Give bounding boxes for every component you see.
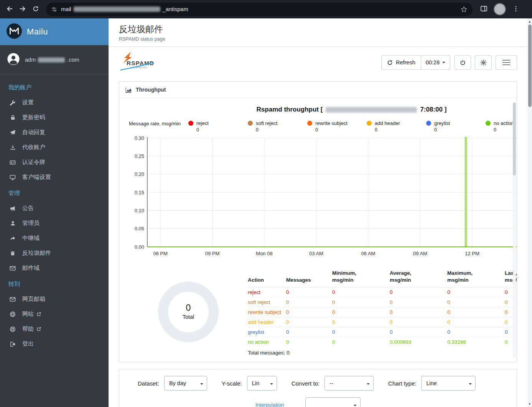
table-cell: 0 <box>286 307 332 317</box>
legend-item[interactable]: no action0 <box>486 120 517 133</box>
page-title: 反垃圾邮件 <box>119 23 517 35</box>
user-panel[interactable]: adm.com <box>0 45 109 74</box>
side-panel-button[interactable] <box>477 3 490 16</box>
sidebar-item[interactable]: 网站 <box>5 307 103 322</box>
brand-header[interactable]: Mailu <box>0 18 109 45</box>
sidebar-item[interactable]: 代收账户 <box>5 140 103 155</box>
legend-value: 0 <box>315 127 367 133</box>
chart-title-time: 7:08:00 <box>420 106 443 113</box>
bookmark-star-icon[interactable] <box>458 3 469 15</box>
address-bar[interactable]: mail_antispam <box>46 3 473 16</box>
scroll-down-arrow[interactable]: ▼ <box>527 401 532 407</box>
lock-icon <box>8 115 17 120</box>
back-button[interactable] <box>3 3 16 16</box>
refresh-interval-dropdown[interactable]: 00:28 <box>421 55 450 70</box>
action-link[interactable]: greylist <box>248 327 286 337</box>
table-cell: 0 <box>286 327 332 337</box>
sidebar-item[interactable]: 登出 <box>5 336 103 351</box>
donut-total-label: Total <box>129 314 248 320</box>
legend-item[interactable]: add header0 <box>367 120 426 133</box>
sidebar-item[interactable]: 网页邮箱 <box>5 292 103 307</box>
paper-plane-icon <box>8 130 17 136</box>
external-link-icon <box>37 327 41 331</box>
legend-item[interactable]: reject0 <box>188 120 248 133</box>
table-cell: 0 <box>332 337 390 347</box>
dataset-select[interactable]: By day <box>164 376 207 391</box>
donut-total-value: 0 <box>129 303 248 313</box>
scroll-up-arrow[interactable]: ▲ <box>527 19 532 24</box>
table-header: Maximum,msg/min <box>447 268 505 287</box>
action-link[interactable]: rewrite subject <box>248 307 286 317</box>
sidebar-item[interactable]: 中继域 <box>5 231 103 246</box>
profile-avatar[interactable] <box>494 3 506 15</box>
interpolation-link[interactable]: Interpolation <box>255 402 284 407</box>
chart-title-text: Rspamd throughput <box>257 106 319 113</box>
legend-item[interactable]: rewrite subject0 <box>307 120 367 133</box>
site-settings-icon[interactable] <box>51 7 57 12</box>
redacted-url-segment <box>74 7 160 12</box>
sidebar-item[interactable]: 设置 <box>5 95 103 110</box>
total-messages: Total messages: 0 <box>248 350 517 356</box>
sidebar-item[interactable]: 客户端设置 <box>5 170 103 185</box>
scrollbar-thumb[interactable] <box>528 25 532 107</box>
y-scale-select[interactable]: Lin <box>247 376 277 391</box>
action-link[interactable]: soft reject <box>248 297 286 307</box>
trash-icon <box>8 251 17 256</box>
table-cell: 0.000693 <box>390 337 447 347</box>
actions-table-wrap: ActionMessagesMinimum,msg/minAverage,msg… <box>248 268 517 356</box>
hamburger-icon <box>502 58 510 67</box>
sidebar-item[interactable]: 反垃圾邮件 <box>5 246 103 261</box>
sidebar-item[interactable]: 帮助 <box>5 322 103 336</box>
sidebar-item[interactable]: 自动回复 <box>5 125 103 140</box>
refresh-button[interactable]: Refresh <box>381 55 421 70</box>
table-cell: 0 <box>332 317 390 327</box>
user-email-suffix: .com <box>67 57 79 63</box>
globe-icon <box>8 311 17 317</box>
sidebar-item[interactable]: 公告 <box>5 201 103 216</box>
user-icon <box>8 220 17 226</box>
sidebar-item[interactable]: 邮件域 <box>5 261 103 276</box>
svg-text:0.15: 0.15 <box>135 190 144 195</box>
reload-button[interactable] <box>29 3 42 16</box>
user-email: adm.com <box>25 57 79 63</box>
sidebar-item-label: 管理员 <box>22 220 40 227</box>
sidebar-item[interactable]: 更新密码 <box>5 110 103 125</box>
sidebar-item-label: 公告 <box>22 205 34 212</box>
legend-item[interactable]: greylist0 <box>426 120 486 133</box>
page-scrollbar[interactable]: ▲ ▼ <box>527 18 532 407</box>
row2-select[interactable] <box>305 397 361 407</box>
sidebar-item-label: 中继域 <box>22 235 40 242</box>
action-link[interactable]: add header <box>248 317 286 327</box>
action-link[interactable]: no action <box>248 337 286 347</box>
navbar-menu-button[interactable] <box>496 55 517 70</box>
url-suffix: _antispam <box>163 6 188 12</box>
legend-label: greylist <box>434 120 486 126</box>
power-button[interactable] <box>454 55 471 70</box>
control-label: Y-scale: <box>222 380 242 387</box>
sidebar-item-label: 帮助 <box>22 325 34 333</box>
throughput-card-header: Throughput <box>119 82 517 98</box>
convert-to-select[interactable]: -- <box>324 376 374 391</box>
sidebar-item[interactable]: 管理员 <box>5 216 103 231</box>
forward-button[interactable] <box>16 3 29 16</box>
card-scrollbar-thumb[interactable] <box>513 103 516 176</box>
card-scrollbar[interactable] <box>513 102 516 358</box>
browser-menu-button[interactable] <box>509 3 522 16</box>
table-cell: 0 <box>447 307 505 317</box>
sidebar-item-label: 反垃圾邮件 <box>22 249 51 257</box>
sidebar-item-label: 邮件域 <box>22 264 40 272</box>
legend-item[interactable]: soft reject0 <box>248 120 307 133</box>
table-cell: 0 <box>447 297 505 307</box>
chart-type-select[interactable]: Line <box>421 376 476 391</box>
sidebar-item-label: 自动回复 <box>22 129 45 136</box>
action-link[interactable]: reject <box>248 287 286 297</box>
url-text: mail_antispam <box>61 6 188 12</box>
settings-button[interactable] <box>475 55 492 70</box>
sidebar-item[interactable]: 认证令牌 <box>5 155 103 170</box>
chart-controls-row2: Interpolation <box>255 397 517 407</box>
share-icon <box>8 235 17 241</box>
redacted-host-segment <box>326 107 417 113</box>
svg-text:09 PM: 09 PM <box>205 251 220 256</box>
legend-value: 0 <box>256 127 307 133</box>
refresh-icon <box>387 60 393 66</box>
